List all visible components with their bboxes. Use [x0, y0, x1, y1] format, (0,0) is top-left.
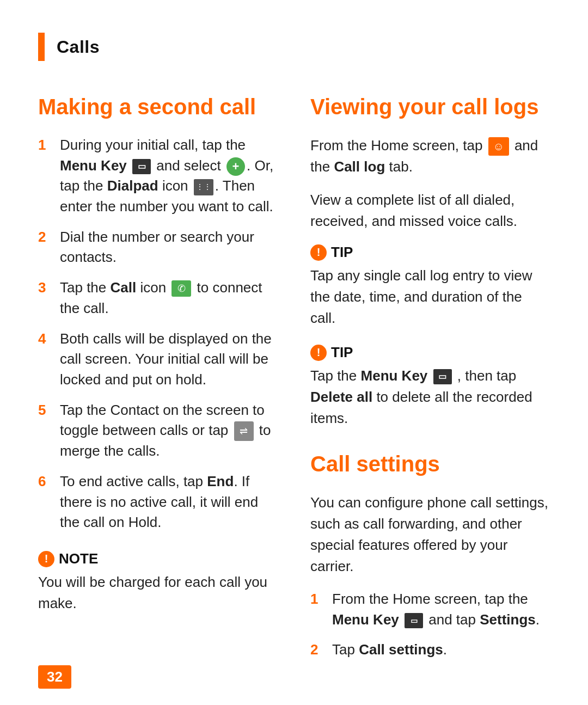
call-settings-steps: 1 From the Home screen, tap the Menu Key…	[310, 589, 550, 660]
step-2-text: Dial the number or search your contacts.	[60, 227, 278, 268]
settings-menu-key-icon: ▭	[405, 613, 423, 628]
call-settings-step-2-text: Tap Call settings.	[332, 640, 550, 660]
end-label: End	[207, 473, 234, 489]
settings-label: Settings	[480, 611, 536, 628]
tip-box-2: ! TIP Tap the Menu Key ▭ , then tap Dele…	[310, 344, 550, 429]
section-call-logs: Viewing your call logs From the Home scr…	[310, 94, 550, 429]
note-body: You will be charged for each call you ma…	[38, 572, 278, 614]
step-4-text: Both calls will be displayed on the call…	[60, 329, 278, 390]
call-phone-icon: ✆	[171, 280, 191, 297]
call-settings-para: You can configure phone call settings, s…	[310, 492, 550, 577]
call-settings-bold: Call settings	[359, 641, 443, 658]
step-3-num: 3	[38, 278, 56, 298]
settings-menu-key-label: Menu Key	[332, 611, 399, 628]
note-box: ! NOTE You will be charged for each call…	[38, 550, 278, 614]
call-settings-step-1: 1 From the Home screen, tap the Menu Key…	[310, 589, 550, 630]
tip-box-1: ! TIP Tap any single call log entry to v…	[310, 244, 550, 329]
section-title-call-logs: Viewing your call logs	[310, 94, 550, 120]
two-column-layout: Making a second call 1 During your initi…	[38, 94, 550, 682]
header: Calls	[38, 33, 550, 61]
person-icon: ☺	[488, 137, 509, 156]
delete-all-label: Delete all	[310, 389, 372, 405]
call-settings-step-2: 2 Tap Call settings.	[310, 640, 550, 660]
second-call-steps: 1 During your initial call, tap the Menu…	[38, 135, 278, 533]
right-column: Viewing your call logs From the Home scr…	[310, 94, 550, 682]
step-1-num: 1	[38, 135, 56, 156]
call-logs-intro: From the Home screen, tap ☺ and the Call…	[310, 135, 550, 177]
tip-2-body: Tap the Menu Key ▭ , then tap Delete all…	[310, 365, 550, 429]
page-title: Calls	[57, 37, 100, 57]
menu-key-icon: ▭	[132, 159, 151, 174]
page: Calls Making a second call 1 During your…	[0, 0, 588, 705]
step-5-num: 5	[38, 400, 56, 421]
note-icon: !	[38, 551, 54, 567]
step-6-num: 6	[38, 471, 56, 492]
tip-1-label: ! TIP	[310, 244, 550, 261]
step-5-text: Tap the Contact on the screen to toggle …	[60, 400, 278, 462]
add-contact-icon: +	[226, 157, 245, 176]
tip-1-body: Tap any single call log entry to view th…	[310, 265, 550, 329]
step-1: 1 During your initial call, tap the Menu…	[38, 135, 278, 217]
note-label: ! NOTE	[38, 550, 278, 567]
tip-menu-key-label: Menu Key	[361, 367, 428, 384]
left-column: Making a second call 1 During your initi…	[38, 94, 278, 682]
page-number: 32	[38, 665, 71, 689]
dialpad-label: Dialpad	[107, 177, 158, 194]
section-title-call-settings: Call settings	[310, 451, 550, 477]
dialpad-icon: ⋮⋮	[194, 179, 213, 195]
section-making-second-call: Making a second call 1 During your initi…	[38, 94, 278, 614]
call-settings-step-1-text: From the Home screen, tap the Menu Key ▭…	[332, 589, 550, 630]
call-label: Call	[111, 279, 137, 296]
step-4-num: 4	[38, 329, 56, 350]
step-4: 4 Both calls will be displayed on the ca…	[38, 329, 278, 390]
section-title-making-second-call: Making a second call	[38, 94, 278, 120]
tip-2-label: ! TIP	[310, 344, 550, 361]
step-6-text: To end active calls, tap End. If there i…	[60, 471, 278, 533]
header-accent-bar	[38, 33, 45, 61]
step-3-text: Tap the Call icon ✆ to connect the call.	[60, 278, 278, 318]
tip-1-icon: !	[310, 244, 327, 261]
step-6: 6 To end active calls, tap End. If there…	[38, 471, 278, 533]
call-logs-description: View a complete list of all dialed, rece…	[310, 189, 550, 232]
step-3: 3 Tap the Call icon ✆ to connect the cal…	[38, 278, 278, 318]
menu-key-label: Menu Key	[60, 157, 127, 174]
call-settings-step-2-num: 2	[310, 640, 328, 660]
step-5: 5 Tap the Contact on the screen to toggl…	[38, 400, 278, 462]
call-log-bold: Call log	[334, 158, 385, 175]
step-2-num: 2	[38, 227, 56, 248]
tip-menu-key-icon: ▭	[433, 369, 452, 384]
section-call-settings: Call settings You can configure phone ca…	[310, 451, 550, 660]
step-1-text: During your initial call, tap the Menu K…	[60, 135, 278, 217]
tip-2-icon: !	[310, 345, 327, 361]
step-2: 2 Dial the number or search your contact…	[38, 227, 278, 268]
call-settings-step-1-num: 1	[310, 589, 328, 610]
merge-calls-icon: ⇌	[234, 421, 254, 441]
